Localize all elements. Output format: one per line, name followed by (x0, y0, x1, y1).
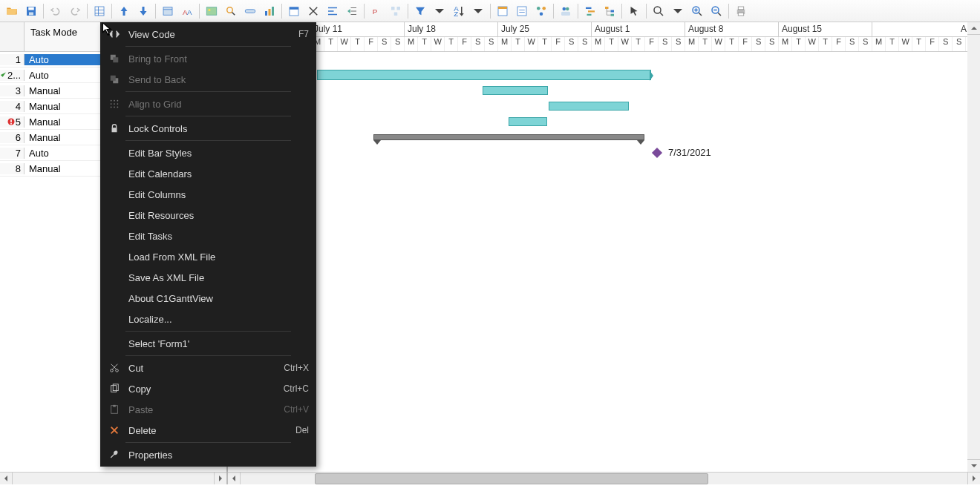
gantt-chart-body[interactable]: 7/31/2021 (228, 52, 980, 472)
open-icon[interactable] (3, 2, 21, 20)
gantt-summary-bar[interactable] (373, 134, 644, 140)
grid-horizontal-scrollbar[interactable] (0, 472, 226, 484)
cm-delete[interactable]: Delete Del (100, 420, 316, 441)
milestone-icon[interactable] (652, 148, 662, 158)
zoom-dropdown-icon[interactable] (669, 2, 687, 20)
code-icon (105, 29, 124, 39)
cm-localize[interactable]: Localize... (100, 309, 316, 329)
zoom-icon[interactable] (650, 2, 667, 20)
day-header: T (445, 37, 458, 51)
tree2-icon[interactable] (601, 2, 618, 20)
scrollbar-thumb[interactable] (315, 473, 708, 484)
row-number: 5 (0, 116, 24, 128)
table-icon[interactable] (159, 2, 177, 20)
menu-shortcut: Ctrl+X (284, 363, 309, 373)
scroll-up-icon[interactable] (967, 22, 980, 35)
cm-select-form1[interactable]: Select 'Form1' (100, 333, 316, 354)
svg-rect-71 (113, 57, 118, 62)
day-header: T (605, 37, 618, 51)
cm-load-xml[interactable]: Load From XML File (100, 246, 316, 267)
menu-separator (125, 91, 291, 92)
day-header: S (659, 37, 672, 51)
cm-edit-resources[interactable]: Edit Resources (100, 205, 316, 226)
svg-text:A: A (187, 7, 192, 16)
filter-dropdown-icon[interactable] (431, 2, 448, 20)
gantt-horizontal-scrollbar[interactable] (228, 472, 980, 484)
menu-shortcut: Ctrl+V (284, 404, 309, 415)
svg-rect-3 (95, 7, 104, 16)
down-arrow-icon[interactable] (134, 2, 152, 20)
link-icon[interactable] (241, 2, 259, 20)
gantt-bar[interactable] (317, 70, 651, 80)
group-icon[interactable] (387, 2, 405, 20)
scroll-left-icon[interactable] (228, 473, 241, 484)
redo-icon[interactable] (66, 2, 84, 20)
cm-edit-calendars[interactable]: Edit Calendars (100, 163, 316, 184)
day-header: W (525, 37, 538, 51)
form2-icon[interactable] (513, 2, 531, 20)
menu-item-label: Copy (124, 384, 284, 395)
gantt-bar[interactable] (549, 102, 629, 111)
users-icon[interactable] (557, 2, 575, 20)
row-number-header (0, 22, 24, 51)
undo-icon[interactable] (47, 2, 65, 20)
form-icon[interactable] (494, 2, 512, 20)
align-icon[interactable] (324, 2, 342, 20)
gantt-vertical-scrollbar[interactable] (967, 22, 980, 472)
day-header: S (953, 37, 966, 51)
up-arrow-icon[interactable] (115, 2, 133, 20)
filter-icon[interactable] (411, 2, 429, 20)
scroll-left-icon[interactable] (0, 473, 13, 484)
cm-edit-columns[interactable]: Edit Columns (100, 184, 316, 205)
chart-icon[interactable] (261, 2, 278, 20)
gantt-bar[interactable] (483, 86, 548, 95)
day-header: S (752, 37, 765, 51)
day-header: M (498, 37, 512, 51)
menu-separator (125, 355, 291, 356)
zoom-out-icon[interactable] (708, 2, 725, 20)
delete-icon[interactable] (304, 2, 322, 20)
day-header: T (792, 37, 806, 51)
cm-about[interactable]: About C1GanttView (100, 288, 316, 309)
menu-item-label: Properties (124, 450, 309, 461)
indent-icon[interactable] (343, 2, 361, 20)
save-icon[interactable] (22, 2, 40, 20)
svg-point-42 (540, 12, 543, 16)
cm-properties[interactable]: Properties (100, 444, 316, 465)
menu-separator (125, 442, 291, 443)
zoom-in-icon[interactable] (688, 2, 706, 20)
sort-dropdown-icon[interactable] (469, 2, 487, 20)
svg-point-12 (209, 9, 211, 11)
svg-point-74 (111, 100, 112, 102)
gantt-icon[interactable] (581, 2, 599, 20)
cm-copy[interactable]: Copy Ctrl+C (100, 378, 316, 399)
cm-cut[interactable]: Cut Ctrl+X (100, 358, 316, 378)
find-icon[interactable] (222, 2, 240, 20)
menu-item-label: Edit Columns (124, 189, 309, 200)
svg-rect-18 (272, 7, 274, 16)
cm-edit-tasks[interactable]: Edit Tasks (100, 226, 316, 246)
day-header: S (471, 37, 485, 51)
print-icon[interactable] (732, 2, 750, 20)
menu-item-label: Cut (124, 363, 284, 374)
deletex-icon (105, 425, 124, 435)
cm-view-code[interactable]: View Code F7 (100, 24, 316, 45)
grid-icon[interactable] (91, 2, 108, 20)
cm-save-xml[interactable]: Save As XML File (100, 267, 316, 288)
sort-icon[interactable]: AZ (450, 2, 468, 20)
cm-lock-controls[interactable]: Lock Controls (100, 118, 316, 139)
gantt-bar[interactable] (509, 117, 547, 126)
scroll-down-icon[interactable] (967, 459, 980, 472)
menu-item-label: Localize... (124, 314, 309, 325)
font-icon[interactable]: AA (178, 2, 196, 20)
scroll-right-icon[interactable] (967, 473, 980, 484)
calendar-icon[interactable] (285, 2, 303, 20)
image-icon[interactable] (203, 2, 220, 20)
pointer-icon[interactable] (625, 2, 643, 20)
tree-icon[interactable] (532, 2, 550, 20)
scroll-right-icon[interactable] (214, 473, 226, 484)
day-header: S (672, 37, 685, 51)
priority-icon[interactable]: P (368, 2, 385, 20)
day-header: T (351, 37, 365, 51)
cm-edit-bar-styles[interactable]: Edit Bar Styles (100, 142, 316, 163)
